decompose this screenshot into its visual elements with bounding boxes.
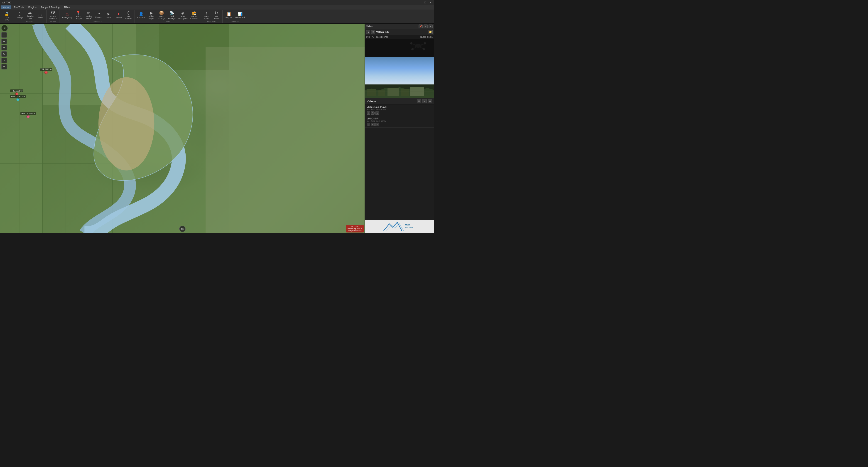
menu-plugins[interactable]: Plugins [27,5,38,9]
close-btn[interactable]: ✕ [429,1,432,4]
newfeed-icon: ↻ [215,11,218,15]
toolbar-group-datasync: ↕ DataSync ↻ NewFeed Data Sync [200,10,222,23]
vrsg-isr-delete-btn[interactable]: ✕ [375,123,379,126]
contacts-button[interactable]: 👤 Contacts [136,11,147,19]
goto-button[interactable]: ➤ GoTo [103,11,113,19]
overlays-button[interactable]: ⬡ Overlays [14,11,25,19]
maps-favorites-button[interactable]: 🗺 Maps &Favorites [48,10,59,20]
overlays-label: Overlays [16,17,23,19]
video-stream-title: VRSG ISR [376,30,427,34]
videos-add-btn[interactable]: + [422,99,427,103]
map-river-svg [0,24,365,233]
menu-range-bearing[interactable]: Range & Bearing [39,5,61,9]
rotate-left-button[interactable]: ↺ [1,45,7,50]
track-history-button[interactable]: 📡 TrackHistory ▾ [166,10,177,20]
emergency-icon: ⚠ [65,12,69,16]
drawing-tools-button[interactable]: ✏ DrawingTools ▾ [83,10,93,20]
marker-trp-alpha[interactable]: TRP ALPHA [40,68,52,74]
zoom-in-button[interactable]: + [1,32,7,38]
svg-point-26 [411,48,413,50]
goto-label: GoTo [106,17,111,19]
contacts-label: Contacts [137,17,145,19]
pan-button[interactable]: ✥ [1,64,7,69]
compass-button[interactable]: N [1,25,8,31]
tilt-button[interactable]: ⊿ [1,58,7,63]
marker-tgt-161219[interactable]: TGT.12.161219 [10,95,26,101]
video-list-item-vrsg-isr[interactable]: VRSG ISR rtsp://127.0.0.1:1235/ ⊡ ✎ ✕ [365,116,434,127]
datasync-section-label: Data Sync [207,20,216,23]
video-main-display [365,39,434,84]
reports-button[interactable]: 📋 Reports [224,11,234,19]
radio-label: RadioControls [190,16,197,20]
dropper-label: PointDropper [75,16,82,20]
point-dropper-button[interactable]: 📍 PointDropper [73,10,83,20]
video-panel-header: Video 📌 ✕ ⊞ [365,24,434,29]
video-title-bar: ◀ ✕ VRSG ISR 📁 [365,29,434,35]
select-button[interactable]: ⬚ Select [35,11,45,19]
terrain-svg [365,84,434,98]
video-list-item-vrsg-role-player[interactable]: VRSG Role Player rtsp://127.0.0.1:1234/ … [365,105,434,116]
video-grid: FU [372,36,374,38]
data-package-button[interactable]: 📦 DataPackage [156,10,166,20]
videos-list-view-btn[interactable]: ☰ [417,99,421,103]
video-folder-btn[interactable]: 📁 [428,30,433,34]
window-controls[interactable]: — ❐ ✕ [418,1,432,4]
video-zone: 37S [366,36,370,38]
marker-tgt-160106[interactable]: TGT.12.160106 [21,112,36,118]
videos-settings-btn[interactable]: ⚙ [428,99,432,103]
dashboard-button[interactable]: 📊 Dashboard [234,11,246,19]
vrsg-role-player-name: VRSG Role Player [367,106,432,108]
atak-manager-button[interactable]: ◈ ATAKManager ▾ [177,10,189,20]
vrsg-rp-delete-btn[interactable]: ✕ [375,112,379,115]
emergency-button[interactable]: ⚠ Emergency [61,11,73,19]
menubar: Home Fire Tools Plugins Range & Bearing … [0,5,434,9]
main-content: N + − ↺ ↻ ⊿ ✥ TRP ALPHA F-12.155143 TGT.… [0,24,434,233]
video-player-button[interactable]: ▶ VideoPlayer [146,10,156,20]
zoom-out-button[interactable]: − [1,38,7,44]
geo-fences-button[interactable]: ⬡ GeoFences [124,10,134,20]
vrsg-role-player-url: rtsp://127.0.0.1:1234/ [367,109,432,111]
svg-point-17 [98,77,154,171]
toolbar-group-placement: ⚠ Emergency 📍 PointDropper ✏ DrawingTool… [60,10,134,23]
data-sync-button[interactable]: ↕ DataSync [202,10,212,20]
vrsg-rp-edit-btn[interactable]: ✎ [371,112,375,115]
video-header-expand-btn[interactable]: ⊞ [429,25,433,28]
minimize-btn[interactable]: — [418,1,422,4]
gps-status-bar[interactable]: NO GPSPlease tap here toset your locatio… [346,225,364,232]
titlebar: WinTAK — ❐ ✕ [0,0,434,5]
datasync-icon: ↕ [205,11,207,15]
lock-view-button[interactable]: 🔒 LockView [2,11,12,21]
vrsg-isr-edit-btn[interactable]: ✎ [371,123,375,126]
video-sky-bg [365,57,434,84]
routes-button[interactable]: 〰 Routes [93,12,103,19]
restore-btn[interactable]: ❐ [423,1,427,4]
toolbar-group-tools: 👤 Contacts ▶ VideoPlayer 📦 DataPackage 📡… [135,10,200,23]
tgt-160106-label: TGT.12.160106 [21,112,36,115]
casevac-label: Casevac [115,17,122,19]
casevac-button[interactable]: + Casevac [113,11,123,19]
svg-point-24 [410,42,412,45]
rotate-right-button[interactable]: ↻ [1,51,7,57]
gps-status-text: NO GPSPlease tap here toset your locatio… [347,226,362,232]
radio-controls-button[interactable]: 📻 RadioControls [189,10,199,20]
marker-f12[interactable]: F-12.155143 [10,89,23,95]
layers-section-label: Layers [50,20,56,23]
map-area[interactable]: N + − ↺ ↻ ⊿ ✥ TRP ALPHA F-12.155143 TGT.… [0,24,365,233]
menu-home[interactable]: Home [1,5,11,9]
video-header-pin-btn[interactable]: 📌 [418,25,423,28]
vrsg-isr-screen-btn[interactable]: ⊡ [367,123,370,126]
menu-trax[interactable]: TRAX [62,5,72,9]
elevation-tools-button[interactable]: ⛰ ElevationTools [25,10,35,20]
maps-icon: 🗺 [51,11,55,15]
menu-fire-tools[interactable]: Fire Tools [11,5,26,9]
track-icon: 📡 [169,11,174,15]
video-back-btn[interactable]: ◀ [366,30,370,34]
new-feed-button[interactable]: ↻ NewFeed [212,10,221,20]
vrsg-rp-screen-btn[interactable]: ⊡ [367,112,370,115]
video-forward-btn[interactable]: ✕ [371,30,375,34]
video-header-close-btn[interactable]: ✕ [424,25,428,28]
svg-text:simulation: simulation [405,227,413,229]
overlays-section-label: Overlays [26,20,33,23]
zoom-circle-button[interactable]: ⊕ [179,226,186,232]
vrsg-isr-controls: ⊡ ✎ ✕ [367,123,432,126]
